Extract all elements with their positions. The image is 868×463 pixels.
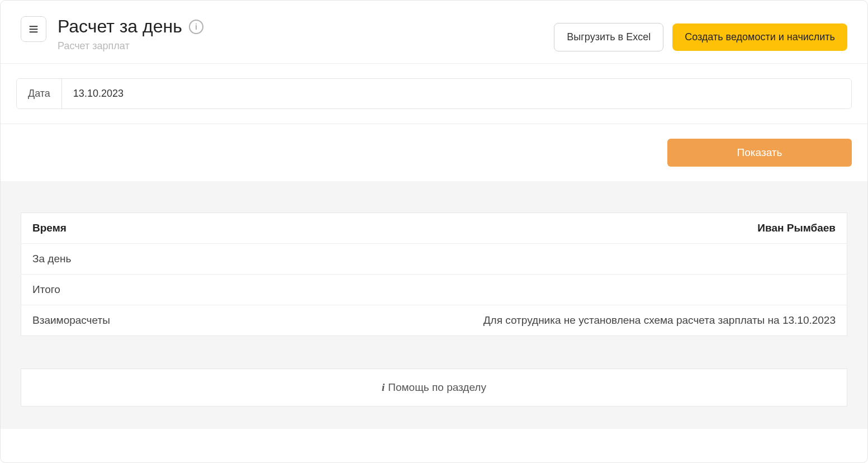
svg-rect-0	[30, 26, 38, 27]
table-row: Взаиморасчеты Для сотрудника не установл…	[21, 305, 847, 336]
table-header-row: Время Иван Рымбаев	[21, 213, 847, 244]
show-button[interactable]: Показать	[667, 139, 852, 167]
date-label: Дата	[17, 79, 62, 108]
help-label: Помощь по разделу	[388, 381, 486, 393]
menu-toggle-button[interactable]	[21, 16, 46, 42]
page-title: Расчет за день	[58, 16, 182, 37]
date-filter-group: Дата	[16, 78, 852, 109]
date-input[interactable]	[62, 79, 851, 108]
page-header: Расчет за день i Расчет зарплат Выгрузит…	[1, 1, 867, 64]
row-per-day-value	[195, 244, 847, 275]
table-row: Итого	[21, 275, 847, 305]
title-row: Расчет за день i	[58, 16, 203, 37]
result-table: Время Иван Рымбаев За день Итого Взаимор…	[21, 212, 847, 336]
row-mutual-note: Для сотрудника не установлена схема расч…	[195, 305, 847, 336]
col-person-header: Иван Рымбаев	[195, 213, 847, 244]
row-per-day-label: За день	[21, 244, 196, 275]
info-icon[interactable]: i	[189, 20, 203, 34]
table-row: За день	[21, 244, 847, 275]
action-bar: Показать	[1, 124, 867, 181]
col-time-header: Время	[21, 213, 196, 244]
row-total-label: Итого	[21, 275, 196, 305]
content-area: Время Иван Рымбаев За день Итого Взаимор…	[1, 181, 867, 429]
help-panel[interactable]: iПомощь по разделу	[21, 368, 847, 407]
svg-rect-2	[30, 31, 38, 32]
row-total-value	[195, 275, 847, 305]
header-actions: Выгрузить в Excel Создать ведомости и на…	[554, 23, 847, 51]
hamburger-icon	[28, 23, 39, 35]
create-and-accrue-button[interactable]: Создать ведомости и начислить	[672, 23, 847, 51]
svg-rect-1	[30, 29, 38, 30]
export-excel-button[interactable]: Выгрузить в Excel	[554, 23, 663, 51]
row-mutual-label: Взаиморасчеты	[21, 305, 196, 336]
filter-bar: Дата	[1, 64, 867, 124]
header-left: Расчет за день i Расчет зарплат	[21, 16, 203, 52]
title-block: Расчет за день i Расчет зарплат	[58, 16, 203, 52]
help-info-icon: i	[382, 381, 385, 394]
page-subtitle: Расчет зарплат	[58, 40, 203, 52]
page-container: Расчет за день i Расчет зарплат Выгрузит…	[0, 0, 868, 463]
